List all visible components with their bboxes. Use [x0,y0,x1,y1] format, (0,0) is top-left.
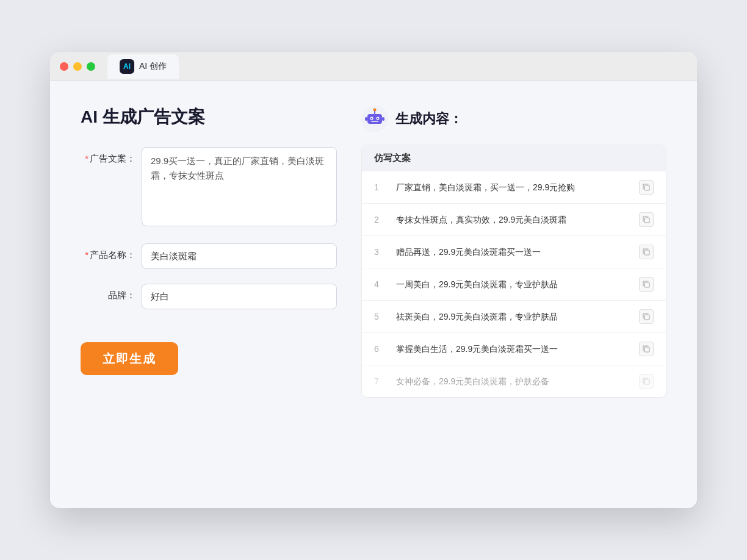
ad-copy-input-wrap: 29.9买一送一，真正的厂家直销，美白淡斑霜，专抹女性斑点 [142,147,337,229]
svg-rect-1 [367,114,382,124]
product-name-label: *产品名称： [81,243,135,261]
required-star: * [85,153,88,163]
svg-rect-13 [644,250,649,255]
results-list: 1 厂家直销，美白淡斑霜，买一送一，29.9元抢购 2 专抹女性斑点，真实功效，… [362,171,666,397]
row-number: 3 [374,247,386,257]
row-text: 女神必备，29.9元美白淡斑霜，护肤必备 [396,375,629,388]
right-panel: 生成内容： 仿写文案 1 厂家直销，美白淡斑霜，买一送一，29.9元抢购 2 专… [361,106,666,484]
close-button[interactable] [60,62,68,71]
row-number: 1 [374,182,386,192]
svg-rect-6 [371,121,378,122]
product-name-input[interactable] [142,243,337,269]
maximize-button[interactable] [87,62,95,71]
copy-button[interactable] [639,180,654,195]
svg-rect-9 [365,117,367,121]
svg-rect-10 [382,117,384,121]
svg-rect-15 [644,315,649,320]
brand-label: 品牌： [81,284,135,301]
row-number: 4 [374,279,386,289]
svg-rect-16 [644,347,649,352]
brand-input-wrap [142,284,337,309]
table-row: 5 祛斑美白，29.9元美白淡斑霜，专业护肤品 [362,301,666,333]
svg-point-4 [371,118,372,119]
tab-ai-creation[interactable]: AI AI 创作 [107,54,179,79]
copy-button[interactable] [639,212,654,227]
svg-rect-14 [644,282,649,287]
product-name-row: *产品名称： [81,243,337,269]
left-panel: AI 生成广告文案 *广告文案： 29.9买一送一，真正的厂家直销，美白淡斑霜，… [81,106,337,484]
row-number: 2 [374,215,386,224]
brand-row: 品牌： [81,284,337,309]
product-name-input-wrap [142,243,337,269]
svg-rect-17 [644,379,649,384]
row-text: 一周美白，29.9元美白淡斑霜，专业护肤品 [396,278,629,291]
main-content: AI 生成广告文案 *广告文案： 29.9买一送一，真正的厂家直销，美白淡斑霜，… [50,81,697,508]
svg-rect-11 [644,185,649,190]
right-header: 生成内容： [361,106,666,132]
copy-button[interactable] [639,374,654,389]
table-row: 6 掌握美白生活，29.9元美白淡斑霜买一送一 [362,333,666,365]
browser-window: AI AI 创作 AI 生成广告文案 *广告文案： 29.9买一送一，真正的厂家… [50,52,697,508]
ad-copy-label: *广告文案： [81,147,135,165]
required-star-2: * [85,249,88,260]
row-text: 专抹女性斑点，真实功效，29.9元美白淡斑霜 [396,214,629,226]
copy-button[interactable] [639,245,654,259]
brand-input[interactable] [142,284,337,309]
svg-point-8 [374,109,377,112]
svg-point-5 [377,118,378,119]
copy-button[interactable] [639,309,654,324]
generate-button[interactable]: 立即生成 [81,342,178,375]
robot-icon [361,106,388,132]
tab-label: AI 创作 [139,61,167,72]
minimize-button[interactable] [73,62,82,71]
ad-copy-input[interactable]: 29.9买一送一，真正的厂家直销，美白淡斑霜，专抹女性斑点 [142,147,337,226]
traffic-lights [60,62,95,71]
ai-tab-icon: AI [120,59,134,74]
row-number: 6 [374,344,386,354]
row-text: 赠品再送，29.9元美白淡斑霜买一送一 [396,246,629,259]
results-table: 仿写文案 1 厂家直销，美白淡斑霜，买一送一，29.9元抢购 2 专抹女性斑点，… [361,145,666,398]
row-text: 掌握美白生活，29.9元美白淡斑霜买一送一 [396,343,629,356]
table-row: 2 专抹女性斑点，真实功效，29.9元美白淡斑霜 [362,204,666,236]
row-text: 厂家直销，美白淡斑霜，买一送一，29.9元抢购 [396,181,629,194]
results-header: 仿写文案 [362,145,666,171]
row-text: 祛斑美白，29.9元美白淡斑霜，专业护肤品 [396,311,629,323]
right-title: 生成内容： [395,110,463,128]
row-number: 5 [374,312,386,321]
ad-copy-row: *广告文案： 29.9买一送一，真正的厂家直销，美白淡斑霜，专抹女性斑点 [81,147,337,229]
titlebar: AI AI 创作 [50,52,697,81]
svg-rect-12 [644,218,649,223]
copy-button[interactable] [639,342,654,356]
table-row: 4 一周美白，29.9元美白淡斑霜，专业护肤品 [362,268,666,301]
copy-button[interactable] [639,277,654,292]
page-title: AI 生成广告文案 [81,106,337,129]
table-row: 1 厂家直销，美白淡斑霜，买一送一，29.9元抢购 [362,171,666,204]
table-row: 3 赠品再送，29.9元美白淡斑霜买一送一 [362,236,666,268]
table-row: 7 女神必备，29.9元美白淡斑霜，护肤必备 [362,365,666,397]
row-number: 7 [374,376,386,386]
